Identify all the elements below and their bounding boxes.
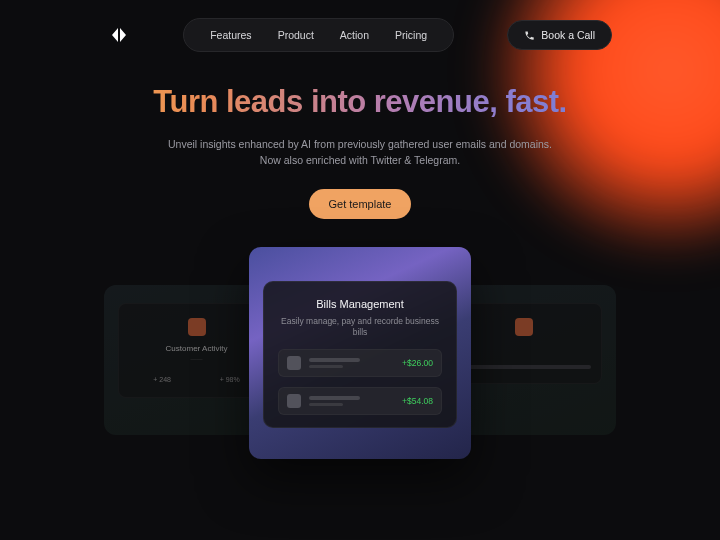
feature-cards: Customer Activity —— + 248 + 98% Bills M…	[0, 247, 720, 477]
card-bills-management: Bills Management Easily manage, pay and …	[249, 247, 471, 459]
book-call-label: Book a Call	[541, 29, 595, 41]
card-right-title	[456, 344, 591, 353]
phone-icon	[524, 30, 535, 41]
top-nav: Features Product Action Pricing Book a C…	[0, 0, 720, 52]
bill-amount: +$54.08	[402, 396, 433, 406]
get-template-button[interactable]: Get template	[309, 189, 412, 219]
bill-row: +$54.08	[278, 387, 442, 415]
nav-item-action[interactable]: Action	[340, 29, 369, 41]
card-right-icon	[515, 318, 533, 336]
nav-item-pricing[interactable]: Pricing	[395, 29, 427, 41]
bill-avatar-icon	[287, 394, 301, 408]
card-right-bar	[456, 365, 591, 369]
card-left-icon	[188, 318, 206, 336]
hero-subtitle: Unveil insights enhanced by AI from prev…	[140, 136, 580, 169]
bill-amount: +$26.00	[402, 358, 433, 368]
bill-avatar-icon	[287, 356, 301, 370]
book-call-button[interactable]: Book a Call	[507, 20, 612, 50]
bill-row: +$26.00	[278, 349, 442, 377]
hero: Turn leads into revenue, fast. Unveil in…	[0, 52, 720, 219]
nav-item-product[interactable]: Product	[278, 29, 314, 41]
card-left-stat: + 248	[153, 376, 171, 383]
bill-placeholder	[309, 396, 394, 406]
bill-placeholder	[309, 358, 394, 368]
card-left-stat: + 98%	[220, 376, 240, 383]
nav-menu: Features Product Action Pricing	[183, 18, 454, 52]
bills-subtitle: Easily manage, pay and recorde business …	[278, 316, 442, 340]
hero-headline: Turn leads into revenue, fast.	[90, 84, 630, 120]
nav-item-features[interactable]: Features	[210, 29, 251, 41]
logo-icon[interactable]	[108, 24, 130, 46]
card-left-title: Customer Activity	[129, 344, 264, 353]
card-left-subtitle: ——	[129, 356, 264, 362]
bills-title: Bills Management	[278, 298, 442, 310]
